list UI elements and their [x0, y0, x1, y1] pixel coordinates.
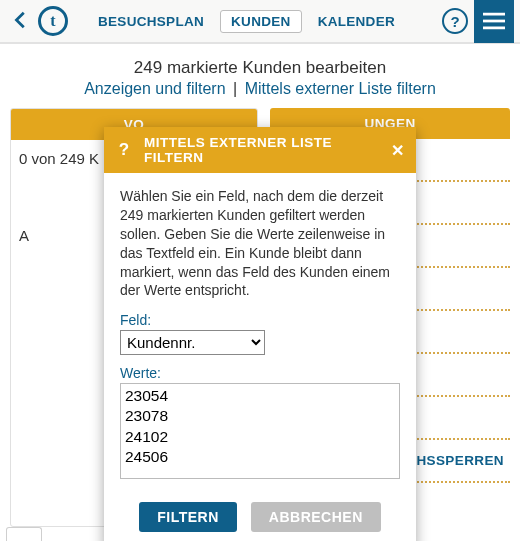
values-label: Werte: — [120, 365, 400, 381]
dialog-help-icon[interactable]: ? — [114, 140, 134, 160]
page-title: 249 markierte Kunden bearbeiten — [10, 58, 510, 78]
values-textarea[interactable] — [120, 383, 400, 479]
top-bar: t BESUCHSPLAN KUNDEN KALENDER ? — [0, 0, 520, 44]
subheader-links: Anzeigen und filtern | Mittels externer … — [10, 80, 510, 98]
link-separator: | — [233, 80, 237, 97]
svg-rect-2 — [483, 27, 505, 30]
dialog-header: ? MITTELS EXTERNER LISTE FILTERN ✕ — [104, 127, 416, 173]
app-logo-icon[interactable]: t — [38, 6, 68, 36]
nav-calendar[interactable]: KALENDER — [312, 12, 401, 31]
svg-rect-1 — [483, 20, 505, 23]
link-show-and-filter[interactable]: Anzeigen und filtern — [84, 80, 225, 97]
help-icon[interactable]: ? — [442, 8, 468, 34]
dialog-description: Wählen Sie ein Feld, nach dem die derzei… — [120, 187, 400, 300]
field-label: Feld: — [120, 312, 400, 328]
topbar-right: ? — [442, 0, 514, 43]
dialog-title: MITTELS EXTERNER LISTE FILTERN — [144, 135, 379, 165]
filter-by-external-list-dialog: ? MITTELS EXTERNER LISTE FILTERN ✕ Wähle… — [104, 127, 416, 541]
top-nav: BESUCHSPLAN KUNDEN KALENDER — [92, 10, 401, 33]
dialog-footer: FILTERN ABBRECHEN — [104, 498, 416, 541]
dialog-body: Wählen Sie ein Feld, nach dem die derzei… — [104, 173, 416, 498]
nav-customers[interactable]: KUNDEN — [220, 10, 302, 33]
hamburger-menu-button[interactable] — [474, 0, 514, 43]
sub-header: 249 markierte Kunden bearbeiten Anzeigen… — [0, 44, 520, 108]
link-filter-external-list[interactable]: Mittels externer Liste filtern — [245, 80, 436, 97]
topbar-left: t — [10, 6, 68, 36]
field-select[interactable]: Kundennr. — [120, 330, 265, 355]
close-icon[interactable]: ✕ — [389, 141, 406, 160]
nav-visit-plan[interactable]: BESUCHSPLAN — [92, 12, 210, 31]
cancel-button[interactable]: ABBRECHEN — [251, 502, 381, 532]
filter-button[interactable]: FILTERN — [139, 502, 237, 532]
page-stub — [6, 527, 42, 541]
back-icon[interactable] — [10, 9, 32, 34]
svg-rect-0 — [483, 13, 505, 16]
hamburger-icon — [483, 12, 505, 30]
